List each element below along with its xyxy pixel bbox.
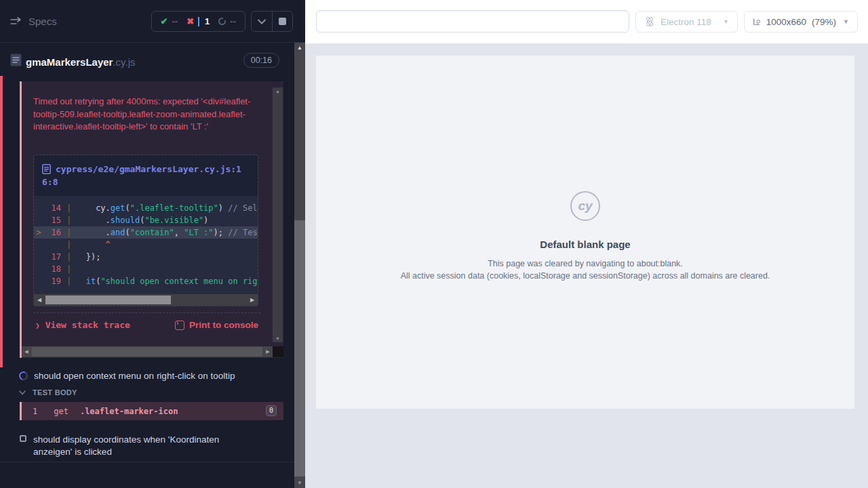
- chevron-down-icon: ▼: [843, 18, 849, 25]
- chevron-down-icon: [258, 20, 265, 23]
- error-message: Timed out retrying after 4000ms: expecte…: [33, 96, 260, 134]
- test-item-running[interactable]: should open context menu on right-click …: [0, 370, 294, 382]
- spec-file-icon: [10, 54, 22, 69]
- code-frame: cypress/e2e/gmaMarkersLayer.cy.js:16:8 1…: [33, 155, 258, 306]
- scroll-left-icon[interactable]: ◀: [34, 294, 45, 306]
- pending-count: --: [230, 16, 236, 26]
- ruler-icon: [753, 16, 761, 27]
- stage: cy Default blank page This page was clea…: [305, 43, 868, 488]
- scrollbar-thumb[interactable]: [45, 296, 171, 304]
- spec-name-ext: .cy.js: [113, 56, 135, 68]
- code-line: 19| it("should open context menu on righ: [34, 275, 258, 287]
- scroll-down-icon[interactable]: ▼: [294, 480, 305, 486]
- scroll-down-icon[interactable]: ▼: [273, 336, 283, 341]
- element-count-badge: 0: [266, 405, 277, 416]
- code-line: | ^: [34, 239, 258, 251]
- browser-label: Electron 118: [660, 17, 711, 27]
- code-line: 17| });: [34, 251, 258, 263]
- code-horizontal-scrollbar[interactable]: ◀ ▶: [34, 294, 258, 306]
- test-body-label: TEST BODY: [33, 388, 77, 396]
- view-stack-trace-link[interactable]: ❯View stack trace: [35, 320, 130, 330]
- sidebar-divider: [0, 462, 294, 462]
- code-line: 15| .should("be.visible"): [34, 214, 258, 226]
- specs-title: Specs: [28, 16, 57, 27]
- browser-panel: Electron 118 ▼ 1000x660 (79%) ▼ cy Defau…: [305, 0, 868, 488]
- blank-page-line1: This page was cleared by navigating to a…: [316, 258, 854, 269]
- failed-count-indicator: [198, 17, 199, 26]
- sidebar-scrollbar[interactable]: ▲ ▼: [294, 43, 305, 488]
- stop-button[interactable]: [272, 12, 293, 31]
- browser-toolbar: Electron 118 ▼ 1000x660 (79%) ▼: [305, 0, 868, 43]
- test-title: should display coordinates when 'Koordin…: [33, 434, 257, 458]
- collapse-button[interactable]: [252, 12, 272, 31]
- browser-selector[interactable]: Electron 118 ▼: [635, 11, 738, 33]
- file-icon: [42, 164, 51, 174]
- error-vertical-scrollbar[interactable]: ▲ ▼: [273, 87, 283, 342]
- running-spinner-icon: [18, 370, 29, 382]
- chevron-down-icon: ▼: [723, 18, 729, 25]
- spec-row[interactable]: gmaMarkersLayer.cy.js 00:16: [0, 49, 294, 79]
- chevron-down-icon: [19, 390, 26, 395]
- spec-timer: 00:16: [243, 53, 279, 68]
- error-horizontal-scrollbar[interactable]: ◀ ▶: [22, 346, 273, 357]
- scrollbar-thumb[interactable]: [294, 220, 305, 476]
- check-icon: ✔: [161, 16, 168, 26]
- test-body-header[interactable]: TEST BODY: [19, 388, 77, 396]
- command-log-row[interactable]: 1 get .leaflet-marker-icon 0: [20, 402, 283, 420]
- blank-page-title: Default blank page: [316, 239, 854, 250]
- test-stats: ✔ -- ✖ 1 --: [151, 11, 245, 32]
- scrollbar-corner: [273, 346, 283, 357]
- error-panel: Timed out retrying after 4000ms: expecte…: [20, 81, 283, 358]
- test-runner-sidebar: Specs ✔ -- ✖ 1 --: [0, 0, 305, 488]
- scroll-up-icon[interactable]: ▲: [273, 89, 283, 94]
- viewport-selector[interactable]: 1000x660 (79%) ▼: [744, 11, 858, 33]
- specs-menu-icon[interactable]: [9, 15, 24, 28]
- spec-name: gmaMarkersLayer.cy.js: [26, 56, 135, 68]
- url-input[interactable]: [316, 10, 629, 33]
- code-line: >16| .and("contain", "LT :"); // Test: [34, 226, 258, 239]
- cypress-logo: cy: [570, 191, 600, 221]
- file-link-text: cypress/e2e/gmaMarkersLayer.cy.js:16:8: [42, 164, 241, 187]
- run-controls: [251, 11, 293, 32]
- app-under-test-frame: cy Default blank page This page was clea…: [316, 56, 854, 409]
- blank-page-line2: All active session data (cookies, localS…: [316, 270, 854, 281]
- scroll-up-icon[interactable]: ▲: [294, 45, 305, 51]
- failed-count: 1: [205, 16, 210, 26]
- stat-passed: ✔ --: [161, 16, 178, 26]
- print-to-console-button[interactable]: Print to console: [175, 320, 258, 330]
- spec-name-base: gmaMarkersLayer: [26, 56, 113, 68]
- sidebar-header: Specs ✔ -- ✖ 1 --: [0, 0, 305, 43]
- stat-pending: --: [218, 16, 236, 26]
- stat-failed: ✖ 1: [186, 16, 210, 26]
- test-item-pending[interactable]: should display coordinates when 'Koordin…: [0, 434, 294, 458]
- scroll-right-icon[interactable]: ▶: [247, 294, 258, 306]
- console-icon: [175, 321, 184, 330]
- pending-square-icon: [20, 435, 26, 442]
- print-label: Print to console: [189, 320, 258, 330]
- scrollbar-thumb[interactable]: [32, 347, 262, 357]
- code-line: 18|: [34, 263, 258, 275]
- stop-icon: [279, 18, 286, 25]
- command-target: .leaflet-marker-icon: [80, 407, 178, 416]
- command-number: 1: [33, 407, 37, 416]
- code-body: 14| cy.get(".leaflet-tooltip") // Sele15…: [34, 196, 258, 294]
- error-divider: [33, 312, 260, 313]
- viewport-scale: (79%): [812, 17, 836, 27]
- command-method: get: [54, 407, 68, 416]
- error-file-link[interactable]: cypress/e2e/gmaMarkersLayer.cy.js:16:8: [34, 155, 258, 196]
- code-line: 14| cy.get(".leaflet-tooltip") // Sele: [34, 202, 258, 214]
- viewport-size: 1000x660: [766, 17, 806, 27]
- electron-icon: [644, 16, 655, 27]
- chevron-right-icon: ❯: [35, 321, 40, 330]
- blank-page-message: cy Default blank page This page was clea…: [316, 191, 854, 281]
- pending-circle-icon: [218, 18, 226, 25]
- scroll-left-icon[interactable]: ◀: [22, 346, 31, 357]
- scroll-right-icon[interactable]: ▶: [263, 346, 273, 357]
- passed-count: --: [172, 16, 178, 26]
- test-title: should open context menu on right-click …: [34, 370, 235, 382]
- failed-test-strip: [0, 76, 3, 367]
- stack-trace-label: View stack trace: [45, 320, 130, 330]
- cross-icon: ✖: [186, 16, 194, 26]
